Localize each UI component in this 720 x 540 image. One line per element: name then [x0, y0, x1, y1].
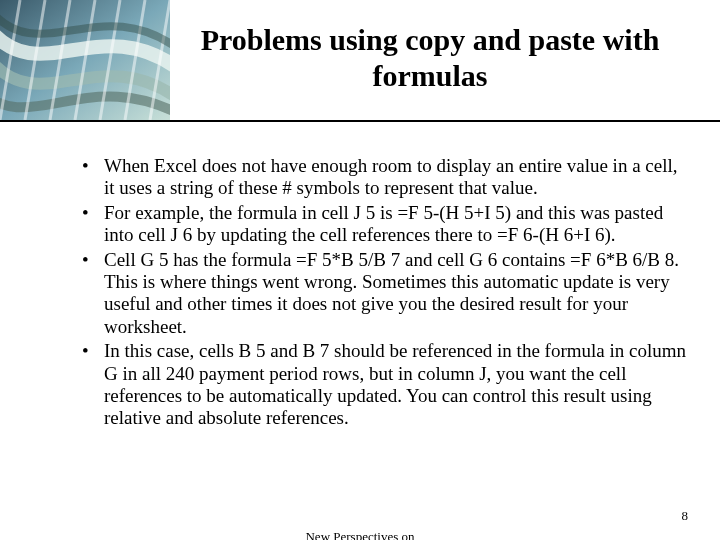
- bullet-item: For example, the formula in cell J 5 is …: [78, 202, 688, 247]
- footer-line1: New Perspectives on: [305, 529, 414, 540]
- bullet-item: Cell G 5 has the formula =F 5*B 5/B 7 an…: [78, 249, 688, 339]
- page-number: 8: [682, 508, 689, 524]
- bullet-list: When Excel does not have enough room to …: [78, 155, 688, 430]
- slide: Problems using copy and paste with formu…: [0, 0, 720, 540]
- header-decorative-image: [0, 0, 170, 120]
- title-rule: [0, 120, 720, 122]
- footer-text: New Perspectives on Microsoft Office Exc…: [0, 530, 720, 540]
- slide-title: Problems using copy and paste with formu…: [160, 22, 700, 94]
- bullet-item: In this case, cells B 5 and B 7 should b…: [78, 340, 688, 430]
- slide-body: When Excel does not have enough room to …: [78, 155, 688, 432]
- bullet-item: When Excel does not have enough room to …: [78, 155, 688, 200]
